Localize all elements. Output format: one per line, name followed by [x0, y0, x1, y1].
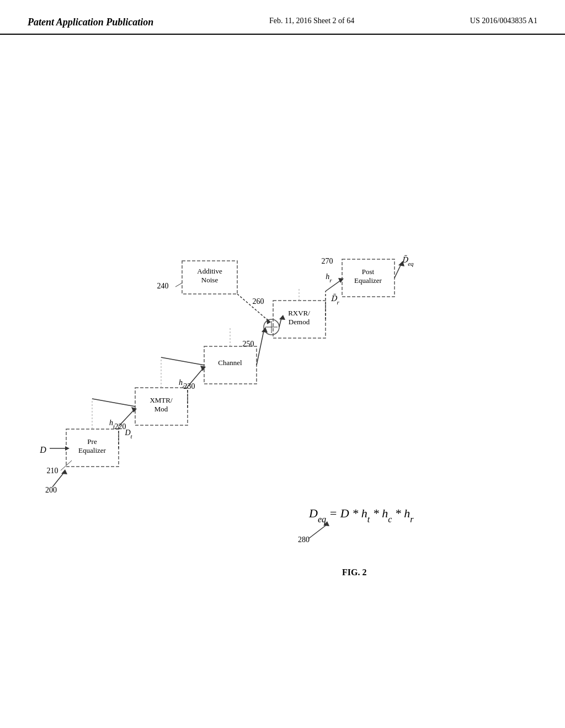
ref-230: 230	[184, 382, 195, 390]
pre-equalizer-label: Pre	[87, 437, 97, 446]
additive-label2: Noise	[201, 276, 218, 284]
post-equalizer-label2: Equalizer	[354, 276, 382, 285]
hr-label: hr	[326, 272, 332, 283]
diagram-area: Pre Equalizer XMTR/ Mod Channel RXVR/ De…	[0, 46, 565, 697]
rxvr-label1: RXVR/	[288, 309, 310, 317]
line-post-to-out	[395, 265, 401, 278]
ref-270: 270	[322, 257, 333, 265]
channel-label: Channel	[218, 358, 242, 367]
arrow-280	[309, 526, 326, 538]
ref-220: 220	[115, 422, 126, 431]
xmtr-label1: XMTR/	[150, 396, 173, 404]
ref-250: 250	[243, 340, 254, 348]
diag-1	[92, 399, 135, 406]
ref-240: 240	[157, 282, 169, 290]
arrowhead-6	[338, 278, 344, 283]
fig-label: FIG. 2	[342, 568, 366, 577]
additive-label1: Additive	[197, 267, 222, 275]
line-rxvr-to-post-d	[326, 280, 341, 291]
arrowhead-1	[65, 446, 70, 451]
arrowhead-5	[279, 315, 285, 320]
arrowhead-200	[61, 469, 67, 474]
dr-label: D̃r	[331, 293, 339, 306]
rxvr-label2: Demod	[289, 318, 310, 326]
ref-200: 200	[45, 486, 57, 494]
line-sum-to-rxvr	[279, 318, 281, 327]
post-equalizer-label1: Post	[362, 267, 375, 276]
diag-2	[161, 357, 204, 365]
header-left: Patent Application Publication	[28, 17, 153, 28]
line-240	[175, 283, 182, 287]
arrowhead-4	[262, 327, 268, 333]
ref-280: 280	[298, 536, 310, 544]
d-label: D	[39, 445, 46, 454]
xmtr-label2: Mod	[154, 405, 168, 413]
header-right: US 2016/0043835 A1	[470, 17, 537, 25]
page-header: Patent Application Publication Feb. 11, …	[0, 0, 565, 35]
pre-equalizer-label2: Equalizer	[78, 446, 106, 454]
formula-text: Deq = D * ht * hc * hr	[308, 506, 414, 524]
ref-260: 260	[253, 297, 264, 306]
arrow-200	[52, 473, 63, 487]
ref-210: 210	[47, 467, 58, 475]
line-ch-to-sum	[257, 331, 264, 365]
header-center: Feb. 11, 2016 Sheet 2 of 64	[269, 17, 354, 25]
